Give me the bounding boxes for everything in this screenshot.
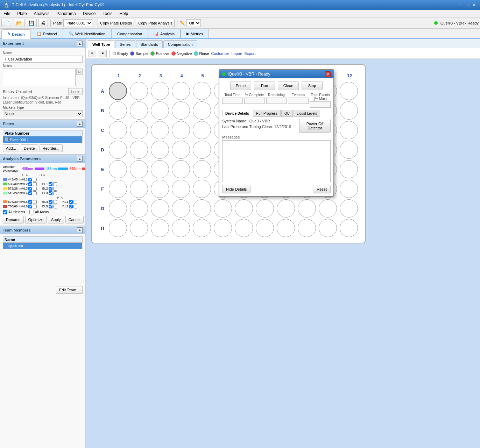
vl4-height-checkbox[interactable] xyxy=(28,191,32,195)
export-link[interactable]: Export xyxy=(245,51,256,56)
tab-metrics[interactable]: ▶ Metrics xyxy=(181,29,209,38)
bl5-height-checkbox[interactable] xyxy=(49,205,52,208)
menu-plate[interactable]: Plate xyxy=(14,10,30,17)
experiment-name-input[interactable] xyxy=(3,56,83,63)
well-a12[interactable] xyxy=(340,82,358,100)
add-plate-button[interactable]: Add... xyxy=(3,144,19,152)
well-h12[interactable] xyxy=(340,219,358,237)
hand-tool[interactable]: ☛ xyxy=(99,50,107,57)
well-c2[interactable] xyxy=(130,121,148,139)
bl4-area-checkbox[interactable] xyxy=(53,200,57,204)
well-f4[interactable] xyxy=(172,180,190,198)
menu-help[interactable]: Help xyxy=(116,10,132,17)
rl2-height-checkbox[interactable] xyxy=(69,205,73,208)
bl1-height-checkbox[interactable] xyxy=(49,182,52,186)
bl1-area-checkbox[interactable] xyxy=(53,182,57,186)
rinse-legend[interactable]: Rinse xyxy=(194,51,209,56)
well-h6[interactable] xyxy=(214,219,232,237)
vl2-area-checkbox[interactable] xyxy=(33,182,37,186)
vl4-area-checkbox[interactable] xyxy=(33,191,37,195)
bl2-height-checkbox[interactable] xyxy=(49,187,52,191)
menu-panorama[interactable]: Panorama xyxy=(53,10,79,17)
table-row[interactable]: Plate 0001 xyxy=(3,136,83,143)
vl6-area-checkbox[interactable] xyxy=(33,205,37,208)
table-row[interactable]: ▶ sjostrom xyxy=(3,242,83,249)
well-h8[interactable] xyxy=(256,219,274,237)
tab-protocol[interactable]: 📋 Protocol xyxy=(31,29,63,38)
all-areas-checkbox[interactable] xyxy=(29,210,34,214)
well-c1[interactable] xyxy=(109,121,127,139)
edit-team-button[interactable]: Edit Team... xyxy=(56,286,83,294)
well-b1[interactable] xyxy=(109,101,127,120)
well-h5[interactable] xyxy=(193,219,211,237)
well-h7[interactable] xyxy=(235,219,253,237)
sub-tab-series[interactable]: Series xyxy=(115,40,135,48)
bl3-height-checkbox[interactable] xyxy=(49,191,52,195)
positive-legend[interactable]: Positive xyxy=(150,51,169,56)
vl5-area-checkbox[interactable] xyxy=(33,200,37,204)
tab-design[interactable]: ✎ Design xyxy=(1,29,31,39)
well-h10[interactable] xyxy=(298,219,316,237)
well-f3[interactable] xyxy=(151,180,169,198)
optimize-button[interactable]: Optimize xyxy=(25,216,47,223)
pointer-tool[interactable]: ↖ xyxy=(89,50,96,57)
well-g6[interactable] xyxy=(214,199,232,218)
plates-header[interactable]: Plates ▲ xyxy=(0,120,85,128)
tab-analysis[interactable]: 📊 Analysis xyxy=(148,29,181,38)
menu-device[interactable]: Device xyxy=(79,10,99,17)
print-button[interactable]: 🖨 xyxy=(38,19,48,27)
notes-expand-btn[interactable]: □ xyxy=(76,69,83,75)
well-e12[interactable] xyxy=(340,160,358,178)
apply-button[interactable]: Apply xyxy=(48,216,64,223)
save-button[interactable]: 💾 xyxy=(26,19,37,27)
well-f1[interactable] xyxy=(109,180,127,198)
well-d12[interactable] xyxy=(340,141,358,159)
well-f5[interactable] xyxy=(193,180,211,198)
well-h4[interactable] xyxy=(172,219,190,237)
dialog-subtab-liquid-levels[interactable]: Liquid Levels xyxy=(294,110,320,117)
minimize-button[interactable]: − xyxy=(457,2,463,8)
power-off-detector-button[interactable]: Power Off Detector xyxy=(299,119,331,133)
vl1-height-checkbox[interactable] xyxy=(28,178,32,182)
well-g11[interactable] xyxy=(319,199,337,218)
reorder-plate-button[interactable]: Reorder... xyxy=(40,144,63,152)
well-h9[interactable] xyxy=(277,219,295,237)
bl5-area-checkbox[interactable] xyxy=(53,205,57,208)
well-h3[interactable] xyxy=(151,219,169,237)
well-e1[interactable] xyxy=(109,160,127,178)
well-b5[interactable] xyxy=(193,101,211,120)
well-c3[interactable] xyxy=(151,121,169,139)
well-g3[interactable] xyxy=(151,199,169,218)
negative-legend[interactable]: Negative xyxy=(171,51,192,56)
well-d2[interactable] xyxy=(130,141,148,159)
all-heights-checkbox[interactable] xyxy=(3,210,7,214)
well-b2[interactable] xyxy=(130,101,148,120)
well-a3[interactable] xyxy=(151,82,169,100)
bl3-area-checkbox[interactable] xyxy=(53,191,57,195)
well-c12[interactable] xyxy=(340,121,358,139)
lock-button[interactable]: Lock xyxy=(68,88,83,95)
well-g12[interactable] xyxy=(340,199,358,218)
off-dropdown[interactable]: Off xyxy=(186,19,201,27)
well-h1[interactable] xyxy=(109,219,127,237)
vl3-area-checkbox[interactable] xyxy=(33,187,37,191)
close-button[interactable]: ✕ xyxy=(471,2,477,8)
open-button[interactable]: 📂 xyxy=(14,19,24,27)
well-c4[interactable] xyxy=(172,121,190,139)
well-d5[interactable] xyxy=(193,141,211,159)
clean-button[interactable]: Clean xyxy=(278,81,299,90)
dialog-subtab-device-details[interactable]: Device Details xyxy=(222,110,252,117)
well-d3[interactable] xyxy=(151,141,169,159)
well-a2[interactable] xyxy=(130,82,148,100)
stop-button[interactable]: Stop xyxy=(302,81,323,90)
rl1-area-checkbox[interactable] xyxy=(73,200,77,204)
well-g8[interactable] xyxy=(256,199,274,218)
vl3-height-checkbox[interactable] xyxy=(28,187,32,191)
markers-type-select[interactable]: None xyxy=(3,110,83,117)
well-a5[interactable] xyxy=(193,82,211,100)
customize-link[interactable]: Customize xyxy=(211,51,230,56)
cancel-button[interactable]: Cancel xyxy=(65,216,84,223)
plates-collapse-btn[interactable]: ▲ xyxy=(77,121,83,127)
experiment-collapse-btn[interactable]: ▲ xyxy=(77,41,83,46)
well-d4[interactable] xyxy=(172,141,190,159)
